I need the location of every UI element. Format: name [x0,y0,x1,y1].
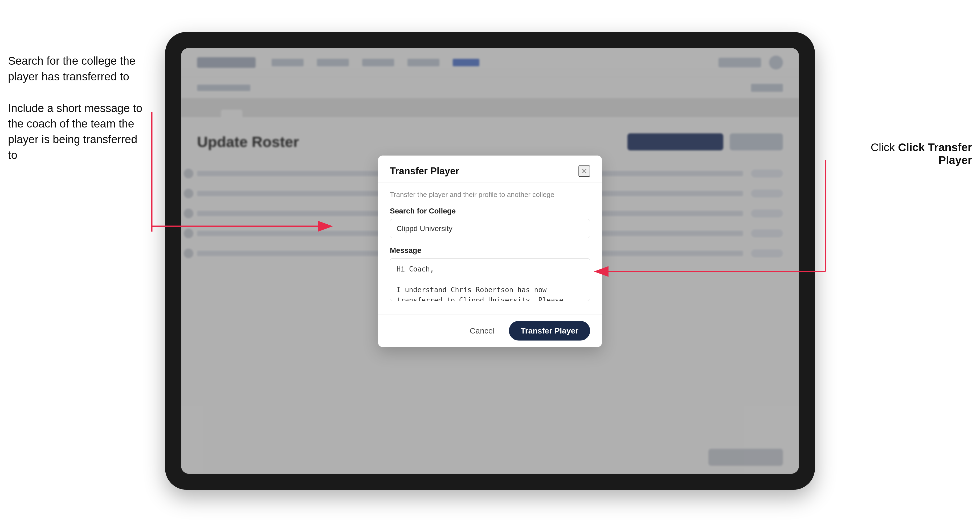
search-label: Search for College [390,207,590,215]
annotation-right: Click Click Transfer Player [852,141,972,167]
close-icon: × [581,165,587,177]
cancel-button[interactable]: Cancel [462,322,503,340]
message-textarea[interactable] [390,259,590,301]
modal-close-button[interactable]: × [578,165,590,177]
modal-footer: Cancel Transfer Player [378,314,602,347]
modal-title: Transfer Player [390,165,459,177]
annotation-right-text: Click Click Transfer Player [852,141,972,167]
search-college-input[interactable] [390,219,590,238]
annotation-left: Search for the college the player has tr… [8,53,146,179]
modal-dialog: Transfer Player × Transfer the player an… [378,156,602,347]
tablet-screen: Update Roster [181,48,799,474]
message-label: Message [390,246,590,255]
modal-header: Transfer Player × [378,156,602,183]
modal-overlay: Transfer Player × Transfer the player an… [181,48,799,474]
modal-description: Transfer the player and their profile to… [390,190,590,199]
modal-body: Transfer the player and their profile to… [378,183,602,314]
tablet-device: Update Roster [165,32,815,490]
annotation-left-bottom: Include a short message to the coach of … [8,101,146,163]
annotation-left-top: Search for the college the player has tr… [8,53,146,85]
transfer-player-button[interactable]: Transfer Player [509,321,590,341]
